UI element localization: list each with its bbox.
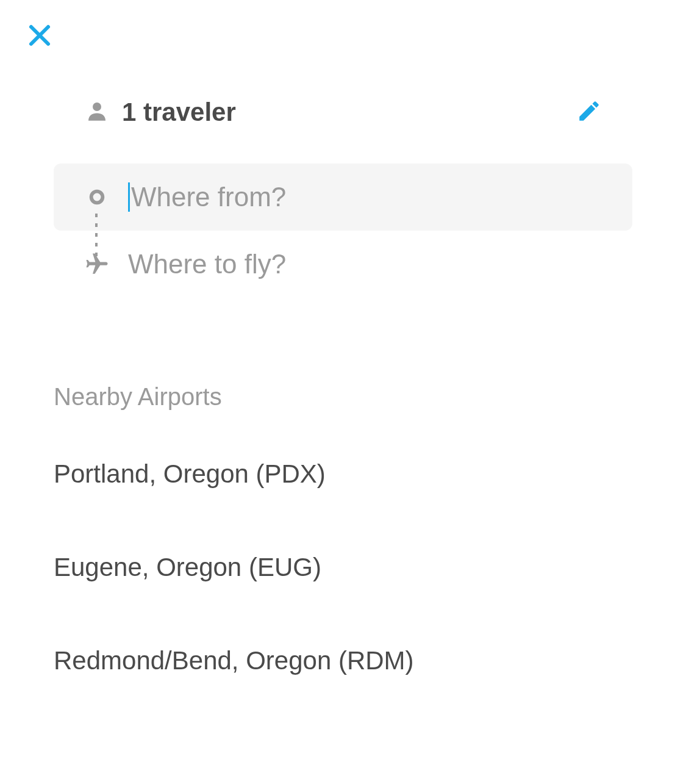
svg-point-2	[93, 102, 101, 111]
traveler-row: 1 traveler	[54, 98, 632, 127]
from-input[interactable]	[131, 182, 602, 212]
svg-point-3	[91, 192, 103, 203]
airport-item[interactable]: Portland, Oregon (PDX)	[54, 459, 632, 489]
nearby-airports-header: Nearby Airports	[54, 383, 632, 411]
from-input-row[interactable]	[54, 164, 632, 231]
person-icon	[84, 98, 110, 126]
close-icon	[25, 21, 54, 52]
origin-circle-icon	[84, 189, 110, 206]
text-cursor	[128, 182, 130, 212]
airport-item[interactable]: Eugene, Oregon (EUG)	[54, 553, 632, 582]
to-input-row[interactable]	[54, 231, 632, 298]
to-input[interactable]	[128, 249, 602, 279]
traveler-count-label: 1 traveler	[122, 98, 236, 127]
airport-item[interactable]: Redmond/Bend, Oregon (RDM)	[54, 646, 632, 675]
close-button[interactable]	[21, 18, 58, 55]
airplane-icon	[84, 251, 110, 278]
pencil-icon	[576, 98, 602, 126]
edit-travelers-button[interactable]	[576, 98, 602, 126]
